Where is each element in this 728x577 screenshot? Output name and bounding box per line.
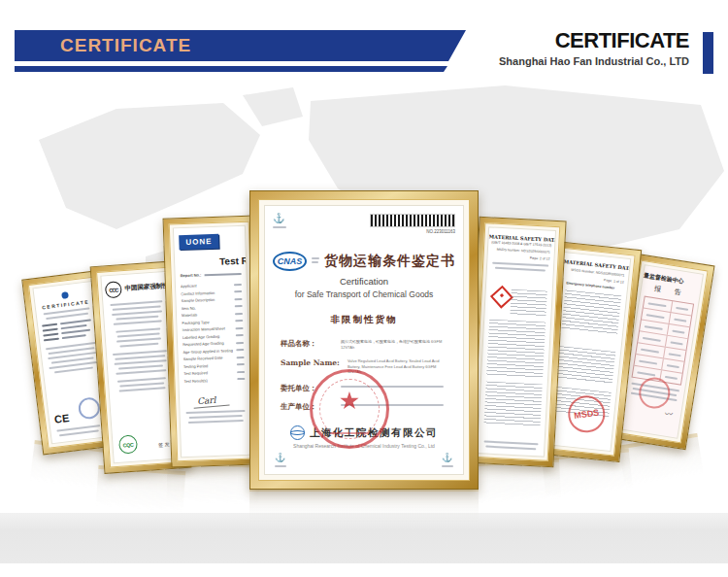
text-lines bbox=[115, 327, 163, 347]
page-title: CERTIFICATE bbox=[437, 29, 689, 52]
body-text-block bbox=[556, 346, 615, 385]
certificate-subtitle-en: for Safe Transport of Chemical Goods bbox=[273, 289, 455, 299]
body-text-block bbox=[486, 320, 546, 379]
blue-stamp-icon bbox=[78, 396, 102, 421]
field-rows bbox=[42, 319, 96, 341]
text-lines bbox=[275, 465, 286, 467]
header-accent-bar bbox=[703, 32, 713, 74]
red-seal-stamp: ★ bbox=[310, 369, 389, 449]
section-banner: CERTIFICATE bbox=[15, 30, 466, 61]
msds-number: MSDS Number: NDS2029/0000071 bbox=[492, 248, 550, 255]
text-lines bbox=[116, 377, 168, 392]
field-label: Sample Name: bbox=[281, 358, 340, 367]
barcode bbox=[370, 214, 455, 227]
text-lines bbox=[112, 350, 170, 375]
footer-lines bbox=[482, 437, 539, 450]
corner-anchor-icon: ⚓ bbox=[442, 454, 453, 467]
report-field-list: ApplicantContact InformationSample Descr… bbox=[176, 281, 250, 385]
certificate-number: NO.223011163 bbox=[370, 229, 455, 234]
report-signature: 〰 bbox=[665, 408, 673, 419]
customs-anchor-icon: ⚓ bbox=[273, 214, 286, 228]
body-text-block bbox=[484, 381, 543, 426]
cnas-logo: CNAS bbox=[273, 252, 307, 271]
reflection bbox=[249, 488, 479, 523]
cqc-logo-icon: CQC bbox=[118, 434, 138, 454]
certificate-title: 中国国家强制性产品认证证书 bbox=[124, 282, 166, 293]
company-name: Shanghai Hao Fan Industrial Co., LTD bbox=[437, 55, 689, 67]
certificate-title-en: Certification bbox=[273, 276, 455, 287]
body-text-block bbox=[510, 289, 546, 317]
report-table bbox=[631, 296, 694, 386]
text-lines bbox=[110, 300, 165, 325]
certificate-msds-page2: MATERIAL SAFETY DATA SHEET (GB/T 16483-2… bbox=[466, 217, 566, 467]
report-title: Test Report bbox=[219, 255, 246, 267]
text-lines bbox=[55, 424, 101, 437]
certificate-showcase: CERTIFICATE CERTIFICATE Shanghai Hao Fan… bbox=[0, 0, 728, 577]
uone-brand-badge: UONE bbox=[179, 234, 219, 250]
text-lines bbox=[491, 262, 549, 272]
report-no-value bbox=[204, 272, 241, 275]
body-text-block bbox=[561, 289, 621, 334]
issuer-logo-dot bbox=[61, 291, 69, 299]
corner-anchor-icon: ⚓ bbox=[275, 454, 286, 467]
gold-frame: ⚓ NO.223011163 CNAS 货物运输条件鉴定书 Certificat… bbox=[249, 190, 479, 490]
text-lines bbox=[442, 465, 453, 467]
text-lines bbox=[185, 410, 247, 424]
certificate-cnas-transport: ⚓ NO.223011163 CNAS 货物运输条件鉴定书 Certificat… bbox=[249, 190, 479, 490]
banner-underline bbox=[15, 66, 447, 72]
seal-text bbox=[330, 432, 369, 434]
gold-frame: MATERIAL SAFETY DATA SHEET (GB/T 16483-2… bbox=[466, 217, 566, 467]
barcode-block: NO.223011163 bbox=[370, 214, 455, 234]
signature: Carl bbox=[193, 393, 230, 408]
msds-page: Page: 2 of 12 bbox=[491, 255, 549, 261]
banner-title: CERTIFICATE bbox=[60, 35, 191, 56]
certificate-footer: CE bbox=[53, 403, 107, 436]
globe-icon bbox=[290, 425, 305, 440]
certificate-title-cn: 货物运输条件鉴定书 bbox=[324, 253, 455, 270]
header-right: CERTIFICATE Shanghai Hao Fan Industrial … bbox=[437, 29, 689, 67]
text-lines bbox=[273, 226, 286, 228]
ce-mark: CE bbox=[53, 412, 70, 425]
goods-category: 非限制性货物 bbox=[273, 314, 455, 326]
report-no-label: Report No.: bbox=[181, 272, 202, 278]
field-label: 样品名称： bbox=[281, 339, 333, 349]
certificate-uone-test-report: UONE Test Report Report No.: ApplicantCo… bbox=[163, 215, 264, 467]
gold-frame: UONE Test Report Report No.: ApplicantCo… bbox=[163, 215, 264, 467]
star-icon: ★ bbox=[313, 389, 386, 413]
text-lines bbox=[312, 257, 319, 265]
field-value: 阀控式铅酸蓄电池，铅酸蓄电池，免维护铅酸蓄电池 6GFM 12V7Ah bbox=[341, 339, 447, 350]
ccc-logo-icon: CCC bbox=[105, 281, 122, 298]
text-lines bbox=[45, 342, 100, 374]
